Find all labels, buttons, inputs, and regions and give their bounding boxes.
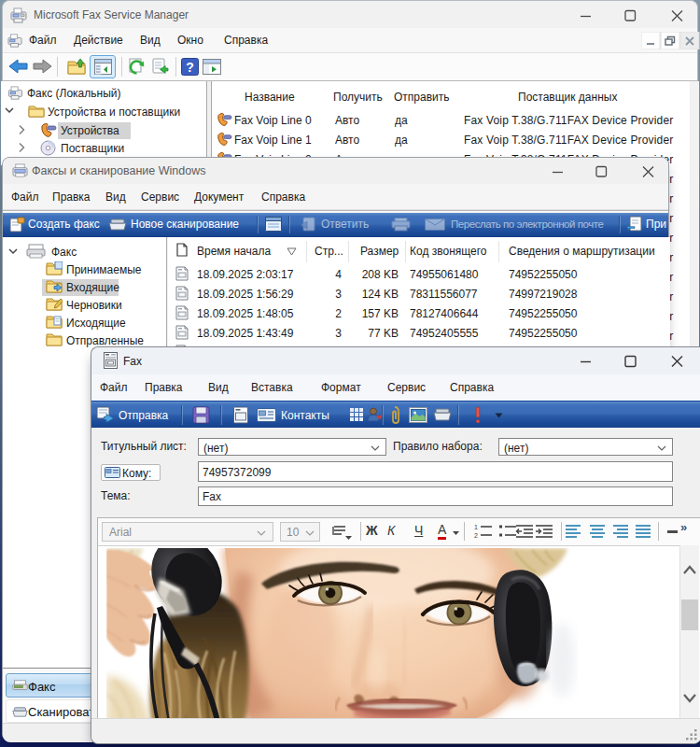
svg-text:2: 2: [474, 532, 478, 539]
svg-text:?: ?: [186, 60, 194, 75]
svg-text:1: 1: [474, 524, 478, 530]
